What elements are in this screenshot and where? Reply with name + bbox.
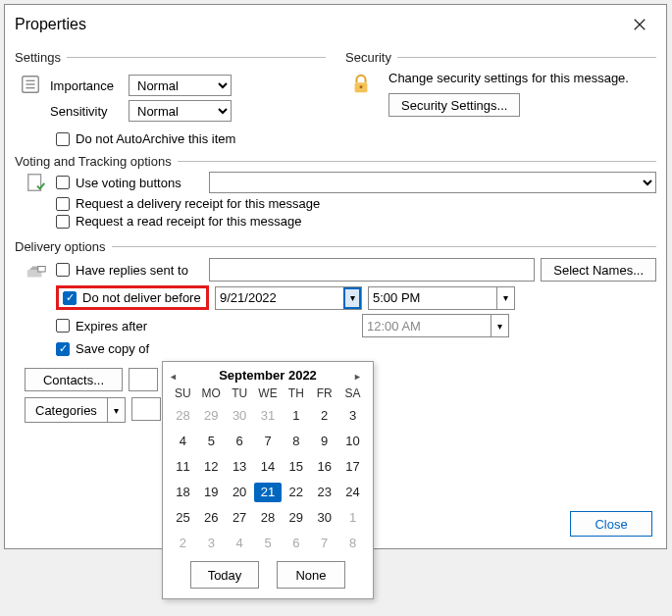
calendar-dow: SU	[169, 386, 197, 400]
calendar-today-button[interactable]: Today	[190, 561, 259, 589]
expires-checkbox[interactable]	[56, 319, 70, 333]
calendar-day[interactable]: 3	[338, 406, 367, 426]
calendar-day[interactable]: 4	[226, 534, 254, 553]
select-names-button[interactable]: Select Names...	[541, 258, 656, 282]
categories-button[interactable]: Categories	[25, 397, 126, 423]
calendar-day[interactable]: 19	[197, 483, 226, 502]
lock-icon	[345, 71, 377, 98]
settings-group: Settings Importance Normal Sensitivity	[15, 50, 326, 126]
calendar-day[interactable]: 29	[282, 508, 310, 528]
time-dropdown-icon[interactable]	[496, 287, 514, 309]
security-settings-button[interactable]: Security Settings...	[388, 93, 520, 117]
calendar-dow: TH	[282, 386, 310, 400]
do-not-deliver-label: Do not deliver before	[82, 290, 201, 305]
delivery-legend: Delivery options	[15, 239, 106, 254]
calendar-day[interactable]: 26	[197, 508, 226, 528]
calendar-day[interactable]: 9	[310, 432, 338, 451]
sensitivity-select[interactable]: Normal	[129, 100, 232, 122]
calendar-day[interactable]: 13	[226, 457, 254, 477]
calendar-day[interactable]: 3	[197, 534, 226, 553]
calendar-day[interactable]: 28	[254, 508, 283, 528]
calendar-dow: MO	[197, 386, 226, 400]
calendar-day[interactable]: 30	[226, 406, 254, 426]
delivery-receipt-label: Request a delivery receipt for this mess…	[76, 196, 320, 211]
calendar-day[interactable]: 12	[197, 457, 226, 477]
do-not-deliver-date[interactable]: 9/21/2022	[215, 286, 362, 310]
do-not-deliver-checkbox[interactable]	[63, 291, 77, 305]
dialog-title: Properties	[15, 16, 86, 33]
read-receipt-label: Request a read receipt for this message	[76, 214, 302, 229]
chevron-down-icon[interactable]	[107, 398, 125, 422]
calendar-day[interactable]: 8	[282, 432, 310, 451]
calendar-day[interactable]: 7	[254, 432, 283, 451]
calendar-day[interactable]: 28	[169, 406, 197, 426]
categories-input[interactable]	[131, 397, 161, 421]
calendar-day[interactable]: 11	[169, 457, 197, 477]
expires-time[interactable]: 12:00 AM	[362, 314, 509, 337]
calendar-none-button[interactable]: None	[277, 561, 345, 589]
read-receipt-checkbox[interactable]	[56, 215, 70, 229]
calendar-title: September 2022	[219, 368, 317, 383]
calendar-day[interactable]: 18	[169, 483, 197, 502]
calendar-day[interactable]: 10	[338, 432, 367, 451]
next-month-button[interactable]	[353, 369, 367, 383]
calendar-day[interactable]: 6	[282, 534, 310, 553]
calendar-day[interactable]: 27	[226, 508, 254, 528]
calendar-day[interactable]: 17	[338, 457, 367, 477]
calendar-dow: FR	[310, 386, 338, 400]
calendar-day[interactable]: 1	[338, 508, 367, 528]
calendar-day[interactable]: 2	[169, 534, 197, 553]
calendar-day[interactable]: 31	[254, 406, 283, 426]
do-not-deliver-time[interactable]: 5:00 PM	[368, 286, 515, 310]
voting-options-select[interactable]	[209, 172, 656, 193]
security-legend: Security	[345, 50, 391, 65]
calendar-day[interactable]: 22	[282, 483, 310, 502]
divider	[67, 57, 326, 58]
calendar-day[interactable]: 30	[310, 508, 338, 528]
calendar-day[interactable]: 29	[197, 406, 226, 426]
calendar-day[interactable]: 5	[254, 534, 283, 553]
save-copy-label: Save copy of	[76, 341, 149, 356]
calendar-day[interactable]: 21	[254, 483, 283, 502]
svg-point-7	[360, 85, 363, 88]
date-picker-popup: September 2022 SUMOTUWETHFRSA28293031123…	[162, 361, 374, 599]
calendar-day[interactable]: 1	[282, 406, 310, 426]
security-message: Change security settings for this messag…	[388, 71, 629, 85]
contacts-button[interactable]: Contacts...	[25, 368, 123, 391]
divider	[178, 161, 656, 162]
delivery-group: Delivery options Have replies sent to Se…	[15, 239, 656, 360]
delivery-receipt-checkbox[interactable]	[56, 197, 70, 211]
calendar-day[interactable]: 2	[310, 406, 338, 426]
calendar-day[interactable]: 8	[338, 534, 367, 553]
close-icon[interactable]	[621, 11, 658, 38]
calendar-dow: SA	[338, 386, 367, 400]
settings-legend: Settings	[15, 50, 61, 65]
calendar-day[interactable]: 24	[338, 483, 367, 502]
use-voting-checkbox[interactable]	[56, 176, 70, 189]
delivery-icon	[21, 258, 52, 285]
calendar-day[interactable]: 6	[226, 432, 254, 451]
contacts-input[interactable]	[129, 368, 158, 391]
close-button[interactable]: Close	[570, 511, 652, 537]
time-dropdown-icon[interactable]	[491, 315, 508, 336]
importance-select[interactable]: Normal	[129, 75, 232, 96]
calendar-day[interactable]: 4	[169, 432, 197, 451]
voting-group: Voting and Tracking options Use voting b…	[15, 154, 656, 231]
have-replies-checkbox[interactable]	[56, 263, 70, 277]
calendar-day[interactable]: 14	[254, 457, 283, 477]
calendar-day[interactable]: 20	[226, 483, 254, 502]
calendar-day[interactable]: 23	[310, 483, 338, 502]
date-dropdown-icon[interactable]	[343, 287, 361, 309]
svg-rect-10	[38, 267, 45, 273]
save-copy-checkbox[interactable]	[56, 342, 70, 356]
calendar-day[interactable]: 15	[282, 457, 310, 477]
have-replies-input[interactable]	[209, 258, 535, 282]
calendar-day[interactable]: 25	[169, 508, 197, 528]
use-voting-label: Use voting buttons	[76, 176, 203, 190]
calendar-day[interactable]: 5	[197, 432, 226, 451]
autoarchive-checkbox[interactable]	[56, 132, 70, 146]
properties-icon	[15, 71, 46, 98]
calendar-day[interactable]: 16	[310, 457, 338, 477]
prev-month-button[interactable]	[169, 369, 182, 383]
calendar-day[interactable]: 7	[310, 534, 338, 553]
